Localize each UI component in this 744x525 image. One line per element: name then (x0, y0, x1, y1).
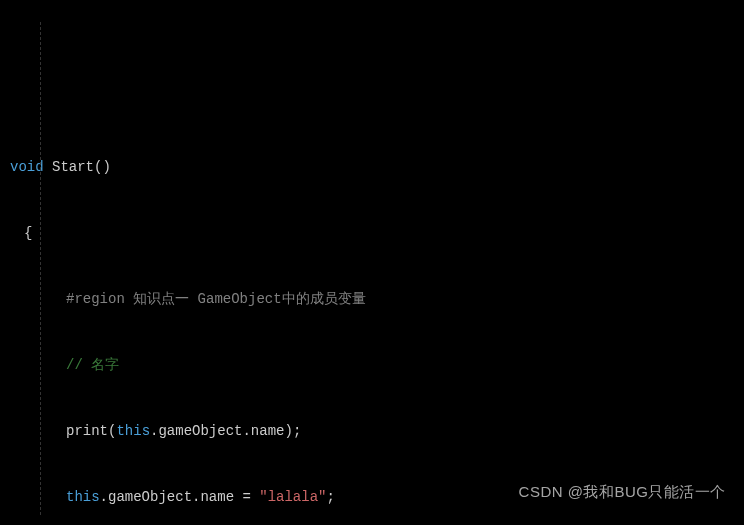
region-start: #region 知识点一 GameObject中的成员变量 (66, 291, 366, 307)
code-line: void Start() (10, 156, 744, 178)
paren: ) (284, 423, 292, 439)
brace-open: { (24, 225, 32, 241)
operator-eq: = (234, 489, 259, 505)
watermark: CSDN @我和BUG只能活一个 (519, 481, 726, 503)
dot: . (100, 489, 108, 505)
comment: // 名字 (66, 357, 119, 373)
semicolon: ; (293, 423, 301, 439)
method-name: Start (52, 159, 94, 175)
fn-print: print (66, 423, 108, 439)
dot: . (242, 423, 250, 439)
member: name (251, 423, 285, 439)
keyword-this: this (66, 489, 100, 505)
code-line: #region 知识点一 GameObject中的成员变量 (10, 288, 744, 310)
code-line: { (10, 222, 744, 244)
code-line: // 名字 (10, 354, 744, 376)
member: gameObject (108, 489, 192, 505)
member: name (200, 489, 234, 505)
string-literal: "lalala" (259, 489, 326, 505)
member: gameObject (158, 423, 242, 439)
keyword-this: this (116, 423, 150, 439)
semicolon: ; (326, 489, 334, 505)
paren-close: ) (102, 159, 110, 175)
code-line: print(this.gameObject.name); (10, 420, 744, 442)
code-editor[interactable]: void Start() { #region 知识点一 GameObject中的… (0, 88, 744, 525)
indent-guide (40, 22, 41, 515)
keyword-void: void (10, 159, 44, 175)
